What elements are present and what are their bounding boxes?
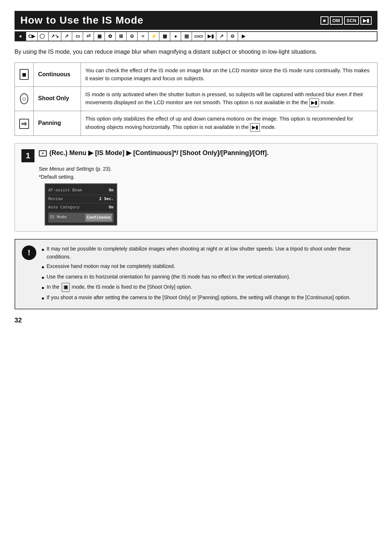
fixed-mode-icon: ▣ — [62, 283, 70, 292]
screen-review-value: 2 Sec. — [99, 196, 114, 203]
warning-section: ! It may not be possible to completely s… — [15, 239, 377, 310]
warning-bullet-5: If you shoot a movie after setting the c… — [41, 293, 370, 302]
step-part2: [Continuous]*/ [Shoot Only]/[Panning]/[O… — [133, 149, 269, 156]
intro-text: By using the IS mode, you can reduce ima… — [15, 47, 377, 57]
panning-mode-suffix: mode. — [261, 124, 276, 130]
icon-strip-item-15: ▤ — [181, 32, 192, 41]
icon-strip-item-20: ▶ — [238, 32, 249, 41]
continuous-icon-cell: ■ — [15, 62, 34, 86]
icon-strip-item-10: ⊝ — [127, 32, 138, 41]
icon-strip-item-4: ↗ — [61, 32, 72, 41]
step-arrow2: ▶ — [126, 149, 133, 156]
mode-icon-movie: ▶▮ — [360, 16, 372, 25]
icon-strip-item-17: ▶▮ — [205, 32, 216, 41]
mode-icons-group: ■ OM SCN ▶▮ — [320, 16, 372, 25]
icon-strip-item-18: ↗ — [216, 32, 227, 41]
camera-screen-mockup: AF-assist Beam On Review 2 Sec. Auto Cat… — [45, 183, 117, 225]
icon-strip-item-0: ● — [15, 32, 26, 41]
icon-strip-item-13: ▦ — [159, 32, 170, 41]
shoot-only-label: Shoot Only — [34, 86, 81, 111]
icon-strip-item-12: ⚡ — [148, 32, 159, 41]
shoot-only-icon: ○ — [20, 93, 28, 104]
icon-strip-item-9: ⊞ — [116, 32, 127, 41]
panning-description: This option only stabilizes the effect o… — [81, 111, 377, 136]
mode-icon-auto: ■ — [320, 16, 328, 25]
screen-ismode-label: IS Mode — [50, 214, 66, 221]
screen-af-value: On — [109, 187, 114, 194]
panning-icon: ⇨ — [19, 119, 29, 129]
default-setting-text: *Default setting. — [39, 174, 371, 180]
table-row-panning: ⇨ Panning This option only stabilizes th… — [15, 111, 377, 136]
step-arrow1: ▶ — [88, 149, 95, 156]
step-cam-icon-inline: ● — [39, 149, 49, 156]
continuous-description: You can check the effect of the IS mode … — [81, 62, 377, 86]
screen-autocat-value: On — [109, 204, 114, 211]
icon-strip: ● C▶ ⃝ ↗↘ ↗ ▭ ⏎ ▣ ✿ ⊞ ⊝ ≈ ⚡ ▦ ● ▤ ▭▭ ▶▮ … — [15, 31, 377, 41]
warning-bullet-1: It may not be possible to completely sta… — [41, 245, 370, 261]
icon-strip-item-6: ⏎ — [83, 32, 94, 41]
icon-strip-item-19: ⊝ — [227, 32, 238, 41]
screen-review-label: Review — [48, 196, 63, 203]
step-title: ● (Rec.) Menu ▶ [IS Mode] ▶ [Continuous]… — [39, 149, 269, 158]
screen-ismode-value: Continuous — [85, 214, 112, 221]
icon-strip-item-7: ▣ — [94, 32, 105, 41]
is-mode-table: ■ Continuous You can check the effect of… — [15, 62, 377, 136]
screen-row-af: AF-assist Beam On — [48, 186, 114, 195]
step-body: See Menus and Settings (p. 23). *Default… — [39, 166, 371, 225]
mode-icon-scn: SCN — [344, 16, 359, 25]
icon-strip-item-8: ✿ — [105, 32, 116, 41]
screen-row-is-mode: IS Mode Continuous — [48, 213, 114, 223]
shoot-only-mode-suffix: mode. — [320, 99, 335, 105]
warning-bullets: It may not be possible to completely sta… — [41, 245, 370, 304]
table-row-continuous: ■ Continuous You can check the effect of… — [15, 62, 377, 86]
title-bar: How to Use the IS Mode ■ OM SCN ▶▮ — [15, 11, 377, 30]
icon-strip-item-1: C▶ — [26, 32, 38, 41]
continuous-icon: ■ — [20, 69, 28, 80]
icon-strip-item-11: ≈ — [138, 32, 148, 41]
step-section: 1 ● (Rec.) Menu ▶ [IS Mode] ▶ [Continuou… — [15, 143, 377, 232]
icon-strip-item-2: ⃝ — [38, 32, 49, 41]
shoot-only-the: the — [301, 99, 309, 105]
shoot-only-description: IS mode is only activated when the shutt… — [81, 86, 377, 111]
mode-icon-om: OM — [330, 16, 343, 25]
warning-bullet-2: Excessive hand motion may not be complet… — [41, 262, 370, 271]
see-menus-text: See Menus and Settings (p. 23). — [39, 166, 371, 172]
step-part1: [IS Mode] — [95, 149, 124, 156]
step-title-prefix: (Rec.) Menu — [49, 149, 86, 156]
panning-movie-icon: ▶▮ — [250, 123, 260, 132]
icon-strip-item-5: ▭ — [72, 32, 83, 41]
continuous-label: Continuous — [34, 62, 81, 86]
icon-strip-item-16: ▭▭ — [192, 32, 205, 41]
panning-icon-cell: ⇨ — [15, 111, 34, 136]
step-lower: AF-assist Beam On Review 2 Sec. Auto Cat… — [39, 183, 371, 225]
warning-bullet-4: In the ▣ mode, the IS mode is fixed to t… — [41, 283, 370, 292]
warning-icon: ! — [22, 245, 36, 260]
table-row-shoot-only: ○ Shoot Only IS mode is only activated w… — [15, 86, 377, 111]
step-number: 1 — [21, 149, 34, 162]
shoot-only-movie-icon: ▶▮ — [309, 98, 319, 107]
page-number: 32 — [15, 317, 377, 324]
icon-strip-item-14: ● — [170, 32, 181, 41]
step-header: 1 ● (Rec.) Menu ▶ [IS Mode] ▶ [Continuou… — [21, 149, 371, 162]
screen-af-label: AF-assist Beam — [48, 187, 82, 194]
page-title: How to Use the IS Mode — [20, 15, 143, 26]
screen-row-review: Review 2 Sec. — [48, 195, 114, 204]
icon-strip-item-3: ↗↘ — [49, 32, 61, 41]
shoot-only-icon-cell: ○ — [15, 86, 34, 111]
warning-bullet-3: Use the camera in its horizontal orienta… — [41, 273, 370, 281]
screen-autocat-label: Auto Category — [48, 204, 79, 211]
panning-label: Panning — [34, 111, 81, 136]
screen-row-auto-cat: Auto Category On — [48, 203, 114, 212]
